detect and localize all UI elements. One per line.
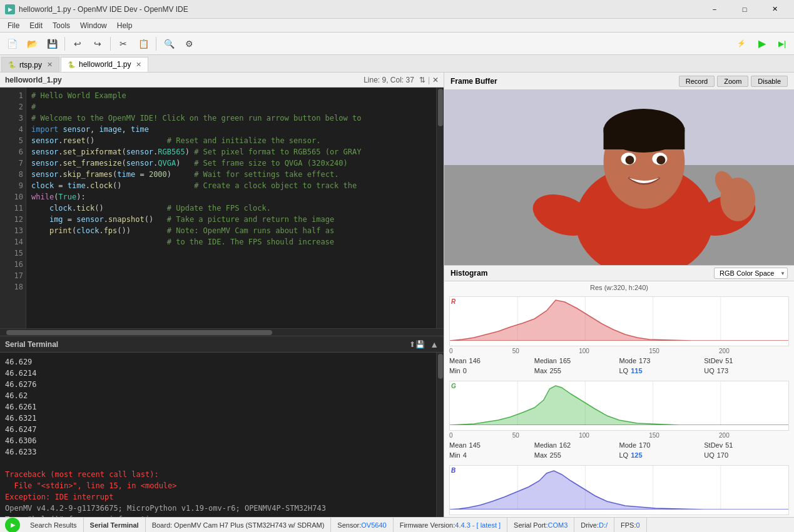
editor-split-button[interactable]: ⇅ bbox=[419, 76, 425, 84]
record-button[interactable]: Record bbox=[679, 76, 715, 87]
term-line: 46.62 bbox=[5, 390, 431, 401]
red-stdev-value: 51 bbox=[725, 357, 733, 364]
save-file-button[interactable]: 💾 bbox=[43, 35, 61, 53]
tab-helloworld-icon: 🐍 bbox=[68, 61, 75, 68]
minimize-button[interactable]: − bbox=[700, 0, 729, 19]
tab-helloworld-close[interactable]: ✕ bbox=[136, 61, 141, 69]
histogram-green-graph: G bbox=[449, 381, 789, 431]
red-x-50: 50 bbox=[512, 348, 519, 354]
maximize-button[interactable]: □ bbox=[730, 0, 759, 19]
framebuffer-title: Frame Buffer bbox=[450, 77, 679, 86]
code-content[interactable]: # Hello World Example # # Welcome to the… bbox=[26, 88, 436, 328]
undo-button[interactable]: ↩ bbox=[68, 35, 87, 53]
histogram-red-graph: R bbox=[449, 296, 789, 346]
editor-hscroll-thumb[interactable] bbox=[6, 330, 272, 335]
sensor-label: Sensor: bbox=[337, 521, 361, 529]
run-status-button[interactable] bbox=[5, 518, 20, 533]
red-max-label: Max bbox=[534, 367, 547, 374]
green-channel-label: G bbox=[451, 383, 456, 389]
titlebar: ▶ helloworld_1.py - OpenMV IDE Dev - Ope… bbox=[0, 0, 794, 19]
tab-rtsp-label: rtsp.py bbox=[19, 61, 42, 69]
red-stdev-item: StDev 51 bbox=[704, 357, 789, 364]
red-x-200: 200 bbox=[719, 348, 730, 354]
status-board: Board: OpenMV Cam H7 Plus (STM32H743 w/ … bbox=[146, 518, 332, 532]
toolbar-separator-1 bbox=[64, 37, 65, 51]
red-lq-value: 115 bbox=[631, 367, 642, 374]
close-button[interactable]: ✕ bbox=[760, 0, 789, 19]
framebuffer-controls: Record Zoom Disable bbox=[679, 76, 788, 87]
zoom-button[interactable]: Zoom bbox=[717, 76, 748, 87]
editor-vscroll-thumb[interactable] bbox=[438, 89, 443, 126]
run-button[interactable]: ▶ bbox=[753, 35, 771, 53]
menu-edit[interactable]: Edit bbox=[24, 20, 48, 31]
editor-close-button[interactable]: ✕ bbox=[432, 76, 439, 84]
terminal-vscroll-thumb[interactable] bbox=[438, 354, 443, 379]
toolbar-separator-3 bbox=[156, 37, 156, 51]
term-help-hint: Type "help()" for more information. bbox=[5, 514, 431, 517]
firmware-value: 4.4.3 - [ latest ] bbox=[455, 521, 501, 529]
editor-filename: helloworld_1.py bbox=[5, 76, 364, 84]
red-mode-item: Mode 173 bbox=[619, 357, 705, 364]
disable-button[interactable]: Disable bbox=[751, 76, 788, 87]
term-line: 46.6276 bbox=[5, 379, 431, 390]
tab-rtsp-close[interactable]: ✕ bbox=[47, 61, 53, 69]
editor-vscroll[interactable] bbox=[436, 88, 444, 328]
status-firmware: Firmware Version: 4.4.3 - [ latest ] bbox=[394, 518, 507, 532]
red-median-item: Median 165 bbox=[534, 357, 619, 364]
menu-tools[interactable]: Tools bbox=[48, 20, 75, 31]
menubar: File Edit Tools Window Help bbox=[0, 19, 794, 33]
open-file-button[interactable]: 📂 bbox=[23, 35, 41, 53]
term-line bbox=[5, 458, 431, 469]
term-line: 46.6233 bbox=[5, 446, 431, 458]
red-x-labels: 0 50 100 150 200 bbox=[449, 348, 789, 356]
terminal-send-icon[interactable]: ⬆ bbox=[409, 340, 415, 349]
histogram-green-channel: G 0 50 100 150 200 bbox=[444, 377, 794, 461]
terminal-title: Serial Terminal bbox=[5, 340, 409, 349]
editor-area: helloworld_1.py Line: 9, Col: 37 ⇅ | ✕ 1… bbox=[0, 73, 444, 336]
connect-button[interactable]: ⚡ bbox=[731, 35, 751, 53]
colorspace-wrapper: RGB Color Space Grayscale LAB Color Spac… bbox=[714, 268, 788, 279]
red-mean-value: 146 bbox=[469, 357, 481, 364]
copy-button[interactable]: 📋 bbox=[134, 35, 153, 53]
tab-rtsp[interactable]: 🐍 rtsp.py ✕ bbox=[1, 57, 59, 72]
new-file-button[interactable]: 📄 bbox=[3, 35, 21, 53]
red-channel-label: R bbox=[451, 298, 456, 305]
blue-channel-label: B bbox=[451, 467, 456, 474]
red-max-item: Max 255 bbox=[534, 367, 619, 374]
blue-x-labels: 0 50 100 150 200 bbox=[449, 516, 789, 517]
tab-helloworld[interactable]: 🐍 helloworld_1.py ✕ bbox=[61, 57, 148, 72]
run-single-button[interactable]: ▶| bbox=[773, 35, 791, 53]
tab-rtsp-icon: 🐍 bbox=[8, 61, 16, 68]
terminal-vscroll[interactable] bbox=[436, 353, 444, 517]
menu-help[interactable]: Help bbox=[112, 20, 138, 31]
menu-window[interactable]: Window bbox=[75, 20, 112, 31]
editor-hscroll[interactable] bbox=[0, 328, 444, 336]
red-mean-item: Mean 146 bbox=[449, 357, 534, 364]
code-container[interactable]: 12345 678910 1112131415 161718 # Hello W… bbox=[0, 88, 436, 328]
terminal-content[interactable]: 46.629 46.6214 46.6276 46.62 46.6261 46.… bbox=[0, 353, 436, 517]
histogram-blue-channel: B 0 50 100 150 200 bbox=[444, 461, 794, 517]
terminal-collapse-button[interactable]: ▲ bbox=[430, 339, 439, 349]
redo-button[interactable]: ↪ bbox=[88, 35, 107, 53]
term-version: OpenMV v4.4.2-9-g11736675; MicroPython v… bbox=[5, 503, 431, 514]
red-channel-svg bbox=[450, 297, 788, 341]
red-uq-label: UQ bbox=[704, 367, 715, 374]
drive-label: Drive: bbox=[581, 521, 599, 529]
find-button[interactable]: 🔍 bbox=[160, 35, 178, 53]
colorspace-select[interactable]: RGB Color Space Grayscale LAB Color Spac… bbox=[714, 268, 788, 279]
green-channel-svg bbox=[450, 381, 788, 425]
cut-button[interactable]: ✂ bbox=[114, 35, 133, 53]
status-serial-terminal[interactable]: Serial Terminal bbox=[84, 518, 146, 532]
term-line: 46.6321 bbox=[5, 413, 431, 424]
terminal-save-icon[interactable]: 💾 bbox=[415, 340, 425, 349]
status-search-results[interactable]: Search Results bbox=[24, 518, 84, 532]
term-line: 46.6214 bbox=[5, 368, 431, 379]
term-line: 46.6261 bbox=[5, 401, 431, 413]
tab-helloworld-label: helloworld_1.py bbox=[79, 60, 131, 69]
histogram-header: Histogram RGB Color Space Grayscale LAB … bbox=[444, 265, 794, 281]
status-drive: Drive: D:/ bbox=[574, 518, 614, 532]
status-fps: FPS: 0 bbox=[614, 518, 647, 532]
menu-file[interactable]: File bbox=[3, 20, 24, 31]
settings-button[interactable]: ⚙ bbox=[180, 35, 198, 53]
red-median-value: 165 bbox=[559, 357, 571, 364]
